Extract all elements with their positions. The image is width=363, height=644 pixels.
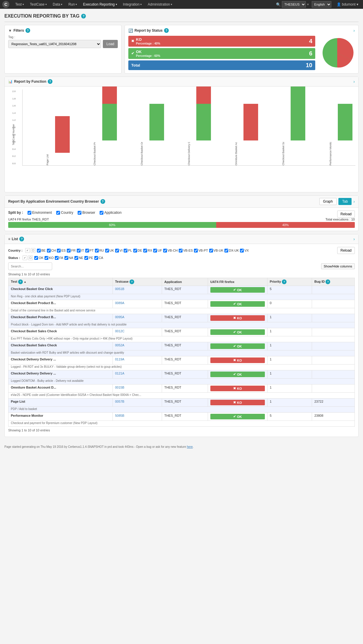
status-badge: ✖ KO <box>210 400 265 405</box>
cell-application: THES_RDT <box>162 300 208 308</box>
priority-col-help[interactable]: ? <box>282 279 287 284</box>
cell-testcase: 0119A <box>113 356 162 365</box>
nav-test[interactable]: Test ▾ <box>13 0 26 9</box>
list-reload-button[interactable]: Reload <box>337 247 355 254</box>
filter-icon: ▼ <box>8 28 12 33</box>
table-desc-row: Checkout and payment for Rpremium custom… <box>8 421 355 427</box>
page-title-help-icon[interactable]: ? <box>81 14 86 18</box>
table-desc-row: Product block - Logged Dom tom - Add MKP… <box>8 322 355 328</box>
country-check-all-icon[interactable]: ✓ <box>25 248 30 253</box>
cell-bugid <box>312 314 355 322</box>
env-reload-button[interactable]: Reload <box>337 211 355 218</box>
bugid-col-help[interactable]: ? <box>325 279 330 284</box>
col-uat4[interactable]: UAT4 FR firefox <box>208 278 267 286</box>
cell-bugid <box>312 342 355 350</box>
cell-status: ✔ OK <box>208 342 267 350</box>
nav-testcase-caret: ▾ <box>45 3 47 6</box>
cell-priority: 1 <box>267 314 312 322</box>
cell-application: THES_RDT <box>162 356 208 365</box>
status-expand-button[interactable]: › <box>353 28 355 33</box>
tab-button[interactable]: Tab <box>338 198 352 205</box>
chart-icon: 📊 <box>8 79 13 84</box>
table-desc-row: Non Reg - one click alias payment (New P… <box>8 294 355 300</box>
nav-execution-reporting[interactable]: Execution Reporting ▾ <box>81 0 119 9</box>
cell-testcase: 0012C <box>113 328 162 336</box>
list-title: List <box>12 237 18 241</box>
nav-administration[interactable]: Administration ▾ <box>145 0 175 9</box>
testcase-link[interactable]: 0121A <box>115 372 125 375</box>
bar-ko <box>102 87 117 104</box>
cell-application: THES_RDT <box>162 286 208 294</box>
cell-testcase: 0089A <box>113 300 162 308</box>
nav-select-caret: ▾ <box>307 2 309 6</box>
testcase-link[interactable]: 0051B <box>115 287 125 291</box>
testcase-link[interactable]: 0089A <box>115 301 125 305</box>
bar-ok <box>149 104 164 140</box>
testcase-link[interactable]: 0095A <box>115 315 125 319</box>
list-expand-button[interactable]: › <box>353 237 355 241</box>
cell-desc: Checkout and payment for Rpremium custom… <box>8 421 355 427</box>
list-help-icon[interactable]: ? <box>19 237 24 241</box>
env-expand-button[interactable]: › <box>353 199 355 204</box>
test-col-help[interactable]: ? <box>18 279 23 284</box>
split-application: Application <box>100 211 122 215</box>
testcase-link[interactable]: 0015B <box>115 386 125 389</box>
status-uncheck-all-icon[interactable]: ☐ <box>28 255 33 260</box>
col-priority[interactable]: Priority ? <box>267 278 312 286</box>
cell-priority: 1 <box>267 342 312 350</box>
env-help-icon[interactable]: ? <box>100 199 105 204</box>
testcase-link[interactable]: 5085B <box>115 414 125 417</box>
cell-testcase: 0057B <box>113 399 162 407</box>
testcase-col-help[interactable]: ? <box>129 279 134 284</box>
data-table: Test ? ▲ Testcase ? Application UAT4 FR … <box>8 278 355 427</box>
footer-link[interactable]: here <box>187 445 193 448</box>
testcase-link[interactable]: 0119A <box>115 357 125 361</box>
show-hide-button[interactable]: Show/Hide columns <box>321 263 355 269</box>
ok-count: 6 <box>309 50 312 57</box>
env-progress-bar: 60% 40% <box>8 222 355 228</box>
col-application[interactable]: Application <box>162 278 208 286</box>
language-selector[interactable]: English <box>312 1 331 8</box>
nav-run[interactable]: Run ▾ <box>66 0 79 9</box>
status-help-icon[interactable]: ? <box>164 28 169 33</box>
ok-card: ✔ OK Percentage : 60% 6 <box>128 48 315 59</box>
col-testcase[interactable]: Testcase ? <box>113 278 162 286</box>
cell-test: Checkout Basket Sales Check <box>8 342 113 350</box>
col-test[interactable]: Test ? ▲ <box>8 278 113 286</box>
filters-help-icon[interactable]: ? <box>25 28 30 33</box>
nav-integration[interactable]: Integration ▾ <box>121 0 144 9</box>
brand-logo: C <box>2 1 9 8</box>
load-button[interactable]: Load <box>103 40 118 48</box>
search-input[interactable] <box>8 262 52 270</box>
user-menu[interactable]: 👤 bdumont ▾ <box>334 2 361 6</box>
cell-bugid <box>312 328 355 336</box>
nav-testcase[interactable]: TestCase ▾ <box>28 0 49 9</box>
env-section: Report By Application Environement Count… <box>4 195 359 231</box>
testcase-link[interactable]: 0012C <box>115 329 125 333</box>
nav-data[interactable]: Data ▾ <box>50 0 65 9</box>
table-desc-row: Logged - PA RDT and 3x BULKY - Validate … <box>8 365 355 370</box>
cell-status: ✖ KO <box>208 399 267 407</box>
testcase-link[interactable]: 0052A <box>115 343 125 347</box>
country-uncheck-all-icon[interactable]: ☐ <box>31 248 35 253</box>
progress-ok: 60% <box>8 222 216 228</box>
col-bugid[interactable]: Bug ID ? <box>312 278 355 286</box>
app-selector[interactable]: THESEUS <box>282 1 306 8</box>
testcase-link[interactable]: 0057B <box>115 400 125 403</box>
cell-application: THES_RDT <box>162 413 208 421</box>
status-check-all-icon[interactable]: ✓ <box>23 255 27 260</box>
cell-bugid <box>312 300 355 308</box>
ok-percent: Percentage : 60% <box>136 54 160 57</box>
cell-testcase: 0121A <box>113 370 162 379</box>
chart-help-icon[interactable]: ? <box>48 79 52 84</box>
nav-administration-caret: ▾ <box>171 3 172 6</box>
chart-expand-button[interactable]: › <box>353 79 355 84</box>
bar-label: Checkout Basket Sales Check <box>282 142 285 165</box>
cell-test: Checkout Delivery Delivery ... <box>8 356 113 365</box>
tag-select[interactable]: Regression_Tests_uat01_UAT4_2016041208 <box>8 40 101 48</box>
bar-group: Omniture Basket Account Delivery <box>214 104 258 165</box>
graph-button[interactable]: Graph <box>319 198 337 205</box>
cell-application: THES_RDT <box>162 399 208 407</box>
cell-status: ✔ OK <box>208 413 267 421</box>
table-row: Performance Monitor 5085B THES_RDT ✔ OK … <box>8 413 355 421</box>
